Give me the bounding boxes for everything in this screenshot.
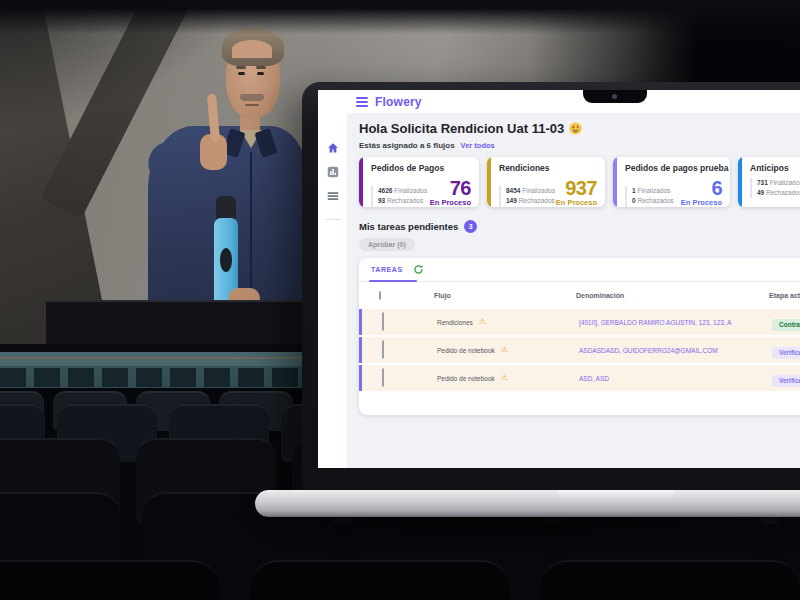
task-table-row[interactable]: Pedido de notebook⚠ ASD, ASD Verificaci (359, 365, 800, 391)
app-sidebar (318, 113, 347, 468)
column-header-etapa: Etapa actual (769, 292, 800, 299)
row-denominacion: [4010], GERBALDO RAMIRO AGUSTIN, 123, 12… (579, 319, 772, 326)
corner-shadow (0, 0, 280, 150)
card-accent-bar (613, 157, 617, 207)
row-flujo: Rendiciones (437, 319, 473, 326)
card-stats: 8454 Finalizados 149 Rechazados (499, 186, 555, 206)
laptop-base-shadow (200, 515, 800, 541)
tab-underline (369, 280, 417, 282)
table-header-row: Flujo Denominación Etapa actual (359, 282, 800, 309)
card-stats: 731 Finalizados 49 Rechazados (750, 178, 800, 198)
etapa-status-badge: Verificaci (772, 347, 800, 359)
row-checkbox[interactable] (382, 368, 384, 387)
sidebar-divider (325, 219, 341, 220)
card-accent-bar (487, 157, 491, 207)
dashboard-chart-icon[interactable] (326, 165, 339, 178)
flowery-app-window: Flowery Hola Solicita Rendicion Uat 11-0… (318, 90, 800, 468)
laptop-screen: Flowery Hola Solicita Rendicion Uat 11-0… (318, 90, 800, 468)
card-stats: 4626 Finalizados 93 Rechazados (371, 186, 427, 206)
etapa-status-badge: Contrator (772, 319, 800, 331)
card-accent-bar (359, 157, 363, 207)
microphone-detail (220, 248, 232, 272)
laptop-thumb-notch (558, 490, 674, 499)
laptop-notch (583, 90, 647, 103)
tasks-tabs: TAREAS (359, 258, 800, 282)
flow-summary-card[interactable]: Pedidos de pagos prueba 1 Finalizados 0 … (613, 157, 730, 207)
card-in-process: 6 En Proceso (681, 178, 722, 207)
theater-seat (540, 560, 800, 600)
warning-icon: ⚠ (479, 318, 486, 326)
theater-seat (250, 560, 510, 600)
card-in-process: 937 En Proceso (556, 178, 597, 207)
tab-tareas[interactable]: TAREAS (371, 266, 403, 273)
card-title: Anticipos (750, 163, 800, 173)
menu-hamburger-icon[interactable] (356, 97, 368, 107)
card-title: Pedidos de pagos prueba (625, 163, 722, 173)
row-denominacion: ASD, ASD (579, 375, 772, 382)
app-brand: Flowery (375, 95, 422, 109)
refresh-icon[interactable] (413, 264, 424, 275)
laptop-base (255, 490, 800, 517)
card-title: Rendiciones (499, 163, 597, 173)
approve-button[interactable]: Aprobar (0) (359, 238, 415, 251)
select-all-checkbox[interactable] (379, 291, 381, 300)
column-header-flujo: Flujo (434, 292, 576, 299)
pending-tasks-title: Mis tareas pendientes (359, 221, 458, 232)
smiley-emoji-icon (569, 122, 582, 135)
flow-summary-card[interactable]: Rendiciones 8454 Finalizados 149 Rechaza… (487, 157, 605, 207)
home-icon[interactable] (326, 141, 339, 154)
row-denominacion: ASDASDASD, GUIDOFERRO24@GMAIL.COM (579, 347, 772, 354)
card-stats: 1 Finalizados 0 Rechazados (625, 186, 674, 206)
pending-tasks-count-badge: 3 (464, 220, 477, 233)
flow-summary-cards: Pedidos de Pagos 4626 Finalizados 93 Rec… (359, 157, 800, 207)
row-flujo: Pedido de notebook (437, 375, 495, 382)
page-title: Hola Solicita Rendicion Uat 11-03 (359, 121, 800, 136)
card-in-process: 76 En Proceso (430, 178, 471, 207)
tasks-table-card: TAREAS Flujo Denominación Etapa actual R… (359, 258, 800, 415)
webcam-dot (612, 94, 617, 99)
warning-icon: ⚠ (501, 346, 508, 354)
flow-summary-card[interactable]: Pedidos de Pagos 4626 Finalizados 93 Rec… (359, 157, 479, 207)
task-table-row[interactable]: Rendiciones⚠ [4010], GERBALDO RAMIRO AGU… (359, 309, 800, 335)
row-checkbox[interactable] (382, 312, 384, 331)
etapa-status-badge: Verificaci (772, 375, 800, 387)
list-menu-icon[interactable] (326, 189, 339, 202)
tasks-table-body: Rendiciones⚠ [4010], GERBALDO RAMIRO AGU… (359, 309, 800, 391)
flow-summary-card[interactable]: Anticipos 731 Finalizados 49 Rechazados (738, 157, 800, 207)
card-accent-bar (738, 157, 742, 207)
row-checkbox[interactable] (382, 340, 384, 359)
view-all-link[interactable]: Ver todos (461, 141, 495, 150)
actor-zipper (250, 152, 252, 302)
warning-icon: ⚠ (501, 374, 508, 382)
theater-seat (0, 560, 220, 600)
assigned-flows-text: Estás asignado a 6 flujos (359, 141, 455, 150)
task-table-row[interactable]: Pedido de notebook⚠ ASDASDASD, GUIDOFERR… (359, 337, 800, 363)
app-header: Flowery (318, 90, 800, 113)
card-title: Pedidos de Pagos (371, 163, 471, 173)
row-flujo: Pedido de notebook (437, 347, 495, 354)
column-header-denominacion: Denominación (576, 292, 769, 299)
app-main: Hola Solicita Rendicion Uat 11-03 Estás … (347, 113, 800, 468)
